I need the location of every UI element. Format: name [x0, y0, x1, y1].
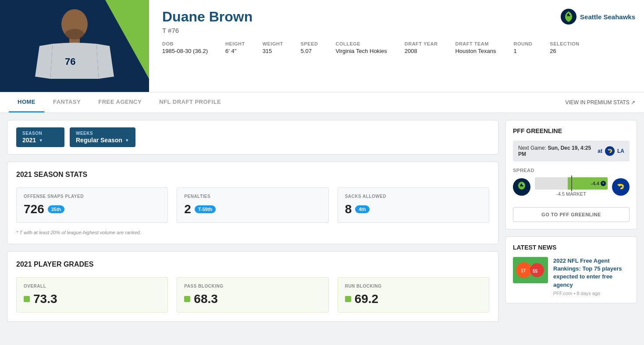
sacks-allowed-label: SACKS ALLOWED [345, 194, 482, 199]
selection-value: 26 [550, 48, 556, 54]
season-stats-title: 2021 SEASON STATS [16, 171, 489, 179]
right-panel: PFF GREENLINE Next Game: Sun, Dec 19, 4:… [505, 120, 637, 322]
tab-free-agency[interactable]: FREE AGENCY [89, 92, 150, 113]
spread-label: SPREAD [513, 168, 630, 173]
weeks-dropdown-label: WEEKS [76, 131, 93, 136]
news-content: 2022 NFL Free Agent Rankings: Top 75 pla… [553, 257, 630, 296]
draft-team-label: DRAFT TEAM [455, 41, 496, 46]
pass-blocking-grade-value-row: 68.3 [184, 292, 321, 306]
penalties-rank: T-59th [195, 205, 216, 213]
tab-fantasy[interactable]: FANTASY [44, 92, 89, 113]
run-blocking-grade-label: RUN BLOCKING [345, 284, 482, 289]
meta-draft-team: DRAFT TEAM Houston Texans [455, 41, 496, 54]
meta-speed: SPEED 5.07 [301, 41, 318, 54]
spread-bar-container: -4.4 -4.5 MARKET [535, 177, 608, 197]
round-label: ROUND [513, 41, 532, 46]
news-time-ago: 8 days ago [576, 291, 600, 296]
spread-divider [571, 176, 572, 191]
svg-point-9 [522, 183, 524, 185]
draft-year-value: 2008 [405, 48, 417, 54]
run-blocking-grade: RUN BLOCKING 69.2 [338, 277, 489, 313]
weeks-dropdown[interactable]: WEEKS Regular Season ▼ [70, 127, 135, 147]
player-grades-card: 2021 PLAYER GRADES OVERALL 73.3 PASS BLO… [7, 251, 498, 322]
height-label: HEIGHT [225, 41, 245, 46]
player-silhouette: 76 [18, 0, 132, 92]
go-greenline-button[interactable]: GO TO PFF GREENLINE [513, 207, 630, 222]
spread-section: SPREAD [513, 168, 630, 197]
speed-label: SPEED [301, 41, 318, 46]
draft-year-label: DRAFT YEAR [405, 41, 438, 46]
seahawks-logo-icon [561, 9, 576, 25]
penalties-label: PENALTIES [184, 194, 321, 199]
meta-round: ROUND 1 [513, 41, 532, 54]
meta-weight: WEIGHT 315 [263, 41, 283, 54]
offense-snaps-rank: 35th [48, 205, 65, 213]
college-label: COLLEGE [335, 41, 387, 46]
filter-bar: SEASON 2021 ▼ WEEKS Regular Season ▼ [7, 120, 498, 155]
tab-nfl-draft-profile[interactable]: NFL DRAFT PROFILE [150, 92, 230, 113]
player-photo: 76 [0, 0, 149, 92]
view-premium-link[interactable]: VIEW IN PREMIUM STATS ↗ [565, 99, 635, 106]
grades-grid: OVERALL 73.3 PASS BLOCKING 68.3 RUN BLOC… [16, 277, 489, 313]
next-game-label-text: Next Game: Sun, Dec 19, 4:25 PM [518, 145, 598, 157]
news-item: 17 55 2022 NFL Free Agent Rankings: Top … [513, 257, 630, 296]
overall-grade-value: 73.3 [33, 292, 57, 306]
weight-label: WEIGHT [263, 41, 283, 46]
run-blocking-grade-value-row: 69.2 [345, 292, 482, 306]
greenline-card: PFF GREENLINE Next Game: Sun, Dec 19, 4:… [505, 120, 637, 229]
news-source: PFF.com [553, 291, 572, 296]
team-name: Seattle Seahawks [580, 13, 635, 21]
meta-height: HEIGHT 6' 4" [225, 41, 245, 54]
offense-snaps-value: 726 [24, 202, 44, 216]
dob-label: DOB [162, 41, 208, 46]
nav-tabs-bar: HOME FANTASY FREE AGENCY NFL DRAFT PROFI… [0, 92, 644, 113]
season-dropdown-value: 2021 ▼ [22, 137, 43, 144]
player-position: T #76 [162, 27, 631, 34]
season-dropdown[interactable]: SEASON 2021 ▼ [16, 127, 64, 147]
svg-text:55: 55 [533, 269, 538, 274]
news-headline[interactable]: 2022 NFL Free Agent Rankings: Top 75 pla… [553, 257, 630, 289]
pass-blocking-grade: PASS BLOCKING 68.3 [177, 277, 328, 313]
stats-grid: OFFENSE SNAPS PLAYED 726 35th PENALTIES … [16, 187, 489, 223]
sacks-allowed-value-row: 8 4th [345, 202, 482, 216]
next-game-bar: Next Game: Sun, Dec 19, 4:25 PM at LA [513, 141, 630, 162]
rams-logo-icon [605, 146, 615, 156]
penalties-value-row: 2 T-59th [184, 202, 321, 216]
penalties-value: 2 [184, 202, 191, 216]
svg-point-6 [605, 146, 615, 156]
season-dropdown-arrow-icon: ▼ [39, 138, 43, 143]
news-thumbnail-image: 17 55 [513, 257, 548, 283]
tab-home[interactable]: HOME [9, 92, 44, 113]
run-blocking-grade-value: 69.2 [355, 292, 379, 306]
weeks-dropdown-arrow-icon: ▼ [125, 138, 129, 143]
overall-grade-value-row: 73.3 [24, 292, 160, 306]
svg-point-5 [569, 13, 571, 15]
college-value: Virginia Tech Hokies [335, 48, 387, 54]
team-badge[interactable]: Seattle Seahawks [561, 9, 635, 25]
seahawks-spread-logo-icon [513, 178, 530, 196]
overall-grade-indicator-icon [24, 296, 30, 302]
overall-grade: OVERALL 73.3 [16, 277, 168, 313]
player-header: 76 Duane Brown T #76 DOB 1985-08-30 (36.… [0, 0, 644, 92]
greenline-title: PFF GREENLINE [513, 127, 630, 134]
pass-blocking-grade-label: PASS BLOCKING [184, 284, 321, 289]
rams-spread-logo-icon [612, 178, 630, 196]
sacks-allowed-stat: SACKS ALLOWED 8 4th [338, 187, 489, 223]
stats-footnote: * T with at least 20% of league-highest … [16, 230, 489, 235]
svg-point-3 [65, 29, 84, 39]
spread-number: -4.4 [591, 181, 606, 186]
spread-team-icon [601, 181, 606, 186]
selection-label: SELECTION [550, 41, 579, 46]
svg-text:76: 76 [65, 56, 75, 67]
weeks-dropdown-value: Regular Season ▼ [76, 137, 129, 144]
height-value: 6' 4" [225, 48, 236, 54]
news-title: LATEST NEWS [513, 244, 630, 251]
main-content: SEASON 2021 ▼ WEEKS Regular Season ▼ 202… [0, 113, 644, 329]
penalties-stat: PENALTIES 2 T-59th [177, 187, 328, 223]
offense-snaps-label: OFFENSE SNAPS PLAYED [24, 194, 160, 199]
svg-text:17: 17 [521, 268, 526, 273]
spread-market-value: -4.5 MARKET [535, 191, 608, 197]
spread-visual: -4.4 -4.5 MARKET [513, 177, 630, 197]
dob-value: 1985-08-30 (36.2) [162, 48, 208, 54]
news-meta: PFF.com • 8 days ago [553, 291, 630, 296]
